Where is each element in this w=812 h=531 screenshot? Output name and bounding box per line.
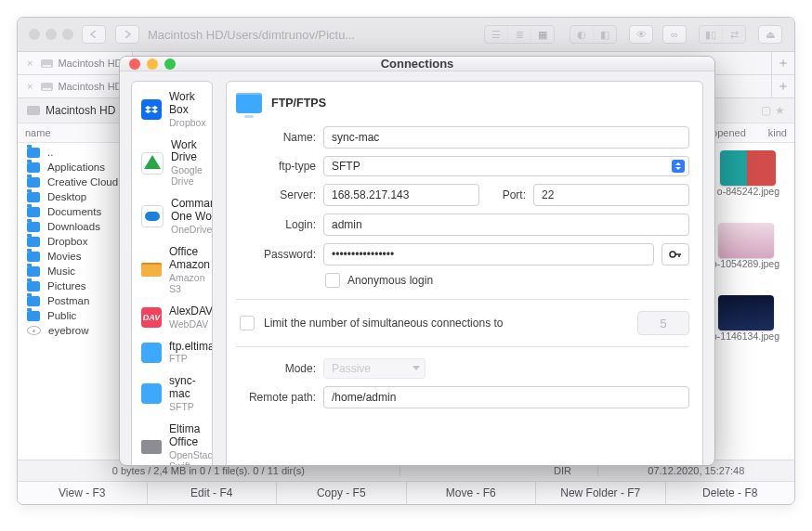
mode-select: Passive (323, 358, 426, 379)
panel-segmented[interactable]: ▮▯ ⇄ (699, 25, 746, 44)
column-header-kind[interactable]: kind (768, 127, 787, 138)
view-brief-icon[interactable]: ☰ (485, 26, 507, 43)
view-list-icon[interactable]: ≣ (507, 26, 530, 43)
name-input[interactable] (323, 126, 689, 149)
minimize-dot[interactable] (46, 29, 57, 40)
forward-button[interactable] (115, 25, 139, 44)
connection-item[interactable]: Work DriveGoogle Drive (132, 134, 212, 193)
add-tab-button[interactable]: ＋ (771, 52, 794, 74)
connection-item[interactable]: Eltima OfficeOpenStack Swift (132, 418, 212, 466)
label-password: Password: (236, 248, 316, 261)
key-icon[interactable] (661, 243, 689, 266)
login-input[interactable] (323, 214, 689, 236)
folder-icon (27, 252, 40, 262)
view-thumbs-icon[interactable]: ▦ (530, 26, 554, 43)
fkey-button[interactable]: Delete - F8 (666, 482, 795, 504)
breadcrumb[interactable]: Macintosh HD (46, 104, 115, 117)
zoom-dot[interactable] (164, 58, 176, 70)
folder-icon (27, 162, 40, 173)
close-icon[interactable]: × (27, 58, 33, 69)
window-path-title: Macintosh HD/Users/dimtrunov/Pictu... (148, 28, 355, 42)
server-input[interactable] (323, 184, 479, 206)
port-input[interactable] (533, 184, 689, 206)
fkey-button[interactable]: Edit - F4 (148, 482, 278, 504)
password-input[interactable] (323, 243, 654, 266)
zoom-dot[interactable] (62, 29, 73, 40)
limit-number (637, 311, 689, 335)
connection-item[interactable]: Work BoxDropbox (132, 85, 212, 134)
connection-name: sync-mac (169, 375, 203, 401)
separator (236, 346, 689, 347)
thumbnail-item[interactable]: o-1054289.jpeg (712, 223, 779, 269)
tab-label: Macintosh HD (58, 81, 122, 92)
fkey-button[interactable]: View - F3 (18, 482, 148, 504)
preview-icon[interactable]: 👁 (629, 25, 653, 44)
status-selection: 0 bytes / 2,4 MB in 0 / 1 file(s). 0 / 1… (18, 465, 400, 476)
connection-item[interactable]: Commander One WorkOneDrive (132, 192, 212, 240)
toggle-dual-icon[interactable]: ◧ (593, 26, 616, 43)
fkey-button[interactable]: Move - F6 (407, 482, 537, 504)
toggle-hidden-icon[interactable]: ◐ (570, 26, 593, 43)
fkey-bar: View - F3Edit - F4Copy - F5Move - F6New … (18, 481, 794, 504)
column-header-opened[interactable]: opened (712, 127, 746, 138)
file-name: Downloads (47, 221, 100, 232)
connection-item[interactable]: sync-macSFTP (132, 369, 212, 418)
viewmode-segmented[interactable]: ☰ ≣ ▦ (484, 25, 555, 44)
connection-service: WebDAV (169, 318, 212, 330)
folder-icon (27, 266, 40, 277)
connection-item[interactable]: ftp.eltima.comFTP (132, 335, 212, 370)
close-dot[interactable] (29, 29, 40, 40)
bookmark-square-icon[interactable]: ▢ (761, 104, 771, 117)
folder-icon (27, 237, 40, 247)
window-traffic-lights[interactable] (29, 29, 73, 40)
label-ftp-type: ftp-type (236, 160, 316, 173)
eject-icon[interactable]: ⏏ (758, 25, 782, 44)
close-dot[interactable] (129, 58, 140, 70)
connection-list: Work BoxDropboxWork DriveGoogle DriveCom… (131, 81, 213, 466)
anonymous-checkbox[interactable] (325, 273, 340, 288)
panel-swap-icon[interactable]: ⇄ (722, 26, 745, 43)
ftp-type-select[interactable]: SFTP (323, 156, 689, 176)
connection-name: AlexDAV (169, 305, 212, 318)
thumbnail-image (720, 150, 776, 186)
search-icon[interactable]: ∞ (662, 25, 687, 44)
add-tab-button[interactable]: ＋ (771, 75, 794, 97)
gdrive-icon (141, 152, 164, 175)
connections-dialog: Connections Work BoxDropboxWork DriveGoo… (119, 56, 715, 466)
dialog-traffic-lights[interactable] (129, 58, 176, 70)
tab-macintosh-hd-2[interactable]: ×Macintosh HD (18, 75, 133, 97)
folder-icon (27, 281, 40, 291)
connection-name: Office Amazon (169, 246, 210, 272)
remote-path-input[interactable] (323, 386, 689, 408)
back-button[interactable] (82, 25, 106, 44)
thumbnail-caption: o-1054289.jpeg (712, 258, 779, 269)
file-name: Pictures (47, 280, 86, 291)
connection-item[interactable]: Office AmazonAmazon S3 (132, 240, 212, 300)
folder-icon (27, 222, 40, 232)
limit-checkbox[interactable] (240, 316, 255, 330)
thumbnail-item[interactable]: o-845242.jpeg (717, 150, 779, 197)
file-name: Creative Cloud (47, 176, 118, 188)
dialog-titlebar: Connections (120, 57, 714, 71)
folder-icon (27, 311, 40, 321)
connection-name: Work Drive (171, 139, 203, 165)
connection-item[interactable]: DAVAlexDAVWebDAV (132, 300, 212, 335)
panel-left-icon[interactable]: ▮▯ (700, 26, 722, 43)
file-name: Dropbox (47, 236, 87, 247)
favorite-star-icon[interactable]: ★ (775, 104, 785, 117)
thumbnail-image (718, 223, 774, 258)
toggle-segmented[interactable]: ◐ ◧ (570, 25, 617, 44)
fkey-button[interactable]: New Folder - F7 (536, 482, 666, 504)
status-date: 07.12.2020, 15:27:48 (598, 465, 794, 476)
fkey-button[interactable]: Copy - F5 (277, 482, 407, 504)
thumbnail-item[interactable]: o-1146134.jpeg (712, 295, 779, 342)
close-icon[interactable]: × (27, 81, 33, 92)
label-name: Name: (236, 131, 316, 144)
tab-macintosh-hd-1[interactable]: ×Macintosh HD (18, 52, 133, 74)
file-name: .. (47, 147, 53, 158)
minimize-dot[interactable] (147, 58, 158, 70)
disk-icon (41, 59, 53, 68)
onedrive-icon (141, 205, 164, 227)
swift-icon (141, 440, 162, 454)
label-anonymous: Anonymous login (347, 274, 433, 287)
